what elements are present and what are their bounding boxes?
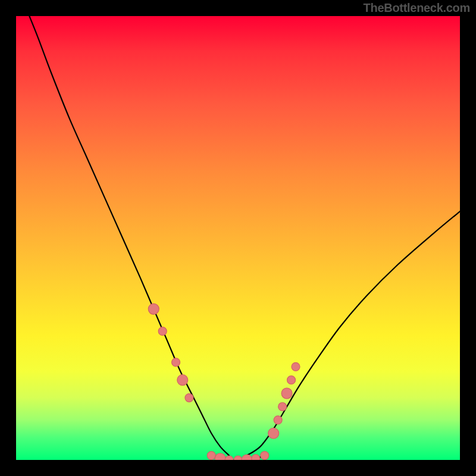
marker-point	[148, 303, 159, 314]
chart-frame: TheBottleneck.com	[0, 0, 476, 476]
plot-area	[16, 16, 460, 460]
marker-point	[225, 456, 233, 460]
marker-point	[185, 394, 193, 402]
watermark-label: TheBottleneck.com	[364, 1, 470, 15]
marker-point	[207, 452, 215, 460]
marker-point	[234, 456, 242, 460]
marker-point	[281, 388, 292, 399]
marker-point	[172, 358, 180, 367]
curves-svg	[16, 16, 460, 460]
curve-group	[29, 16, 460, 460]
marker-point	[274, 416, 282, 424]
series-right-curve	[247, 211, 460, 455]
marker-point	[158, 327, 167, 336]
marker-point	[287, 376, 296, 384]
series-bottom-flat	[211, 456, 265, 460]
marker-point	[261, 452, 269, 460]
series-left-curve	[29, 16, 229, 456]
marker-point	[252, 455, 260, 460]
marker-point	[215, 453, 226, 460]
marker-point	[177, 375, 188, 386]
marker-point	[268, 428, 279, 439]
marker-point	[242, 455, 252, 460]
marker-point	[278, 402, 287, 411]
marker-group	[148, 303, 300, 460]
marker-point	[292, 362, 300, 371]
